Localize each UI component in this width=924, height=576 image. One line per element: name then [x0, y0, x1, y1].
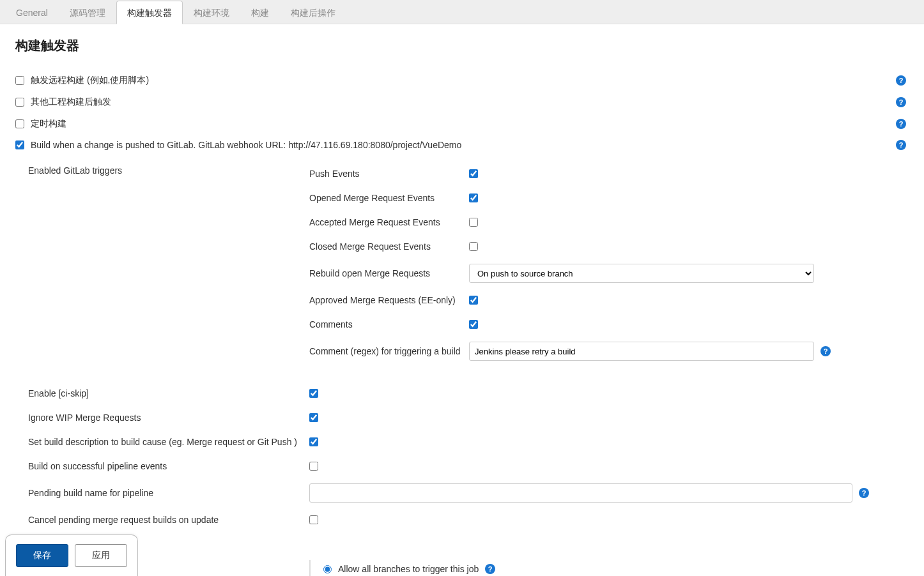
- gitlab-section-label: Enabled GitLab triggers: [28, 165, 122, 176]
- set-build-desc-row: Set build description to build cause (eg…: [28, 430, 909, 454]
- enable-ci-skip-label: Enable [ci-skip]: [28, 388, 309, 398]
- allow-all-branches-label: Allow all branches to trigger this job: [338, 564, 479, 574]
- save-button[interactable]: 保存: [16, 544, 68, 567]
- apply-button[interactable]: 应用: [75, 544, 127, 567]
- ignore-wip-label: Ignore WIP Merge Requests: [28, 413, 309, 423]
- trigger-gitlab-label: Build when a change is pushed to GitLab.…: [31, 140, 909, 150]
- pending-build-name-input[interactable]: [309, 483, 852, 503]
- comment-regex-input[interactable]: [469, 342, 814, 361]
- enable-ci-skip-row: Enable [ci-skip]: [28, 381, 909, 405]
- help-icon[interactable]: ?: [896, 75, 906, 86]
- trigger-after-other-label: 其他工程构建后触发: [31, 96, 909, 108]
- approved-mr-label: Approved Merge Requests (EE-only): [309, 295, 469, 305]
- cancel-pending-row: Cancel pending merge request builds on u…: [28, 508, 909, 532]
- allow-all-branches-radio[interactable]: [323, 565, 332, 573]
- accepted-mr-row: Accepted Merge Request Events: [309, 210, 909, 234]
- rebuild-open-mr-label: Rebuild open Merge Requests: [309, 268, 469, 278]
- build-on-pipeline-row: Build on successful pipeline events: [28, 454, 909, 478]
- help-icon[interactable]: ?: [820, 346, 831, 356]
- rebuild-open-mr-select[interactable]: On push to source branch: [469, 264, 814, 283]
- push-events-checkbox[interactable]: [469, 169, 478, 178]
- accepted-mr-checkbox[interactable]: [469, 218, 478, 227]
- tab-triggers[interactable]: 构建触发器: [116, 1, 183, 24]
- allowed-branches-section: Allow all branches to trigger this job ?…: [309, 560, 909, 576]
- help-icon[interactable]: ?: [896, 119, 906, 129]
- closed-mr-checkbox[interactable]: [469, 242, 478, 251]
- help-icon[interactable]: ?: [896, 97, 906, 107]
- build-on-pipeline-checkbox[interactable]: [309, 462, 318, 471]
- gitlab-triggers-section: Enabled GitLab triggers Push Events Open…: [28, 162, 909, 366]
- section-title: 构建触发器: [15, 37, 909, 54]
- opened-mr-checkbox[interactable]: [469, 193, 478, 202]
- cancel-pending-checkbox[interactable]: [309, 515, 318, 524]
- push-events-label: Push Events: [309, 169, 469, 179]
- trigger-after-other-checkbox[interactable]: [15, 98, 24, 107]
- tab-env[interactable]: 构建环境: [183, 1, 240, 24]
- trigger-gitlab-checkbox[interactable]: [15, 140, 24, 149]
- accepted-mr-label: Accepted Merge Request Events: [309, 217, 469, 227]
- tab-build[interactable]: 构建: [240, 1, 280, 24]
- bottom-action-bar: 保存 应用: [5, 534, 138, 576]
- build-on-pipeline-label: Build on successful pipeline events: [28, 461, 309, 471]
- comments-label: Comments: [309, 319, 469, 330]
- trigger-timed-checkbox[interactable]: [15, 119, 24, 128]
- trigger-remote-label: 触发远程构建 (例如,使用脚本): [31, 75, 909, 86]
- trigger-remote-row: 触发远程构建 (例如,使用脚本) ?: [15, 70, 909, 91]
- push-events-row: Push Events: [309, 162, 909, 186]
- opened-mr-label: Opened Merge Request Events: [309, 193, 469, 203]
- enable-ci-skip-checkbox[interactable]: [309, 389, 318, 398]
- trigger-timed-label: 定时构建: [31, 118, 909, 130]
- tab-postbuild[interactable]: 构建后操作: [280, 1, 346, 24]
- approved-mr-checkbox[interactable]: [469, 296, 478, 305]
- set-build-desc-checkbox[interactable]: [309, 437, 318, 446]
- closed-mr-label: Closed Merge Request Events: [309, 241, 469, 252]
- ignore-wip-row: Ignore WIP Merge Requests: [28, 405, 909, 430]
- comment-regex-label: Comment (regex) for triggering a build: [309, 346, 469, 356]
- pending-build-name-row: Pending build name for pipeline ?: [28, 478, 909, 508]
- comments-row: Comments: [309, 312, 909, 337]
- trigger-remote-checkbox[interactable]: [15, 76, 24, 85]
- tabs-bar: General 源码管理 构建触发器 构建环境 构建 构建后操作: [0, 0, 924, 24]
- trigger-after-other-row: 其他工程构建后触发 ?: [15, 91, 909, 113]
- allow-all-branches-row: Allow all branches to trigger this job ?: [323, 560, 909, 576]
- set-build-desc-label: Set build description to build cause (eg…: [28, 437, 309, 447]
- help-icon[interactable]: ?: [896, 140, 906, 150]
- closed-mr-row: Closed Merge Request Events: [309, 234, 909, 259]
- cancel-pending-label: Cancel pending merge request builds on u…: [28, 515, 309, 525]
- gitlab-options-section: Enable [ci-skip] Ignore WIP Merge Reques…: [28, 381, 909, 556]
- opened-mr-row: Opened Merge Request Events: [309, 186, 909, 210]
- allowed-branches-row: Allowed branches: [28, 532, 909, 556]
- approved-mr-row: Approved Merge Requests (EE-only): [309, 288, 909, 312]
- help-icon[interactable]: ?: [485, 564, 495, 574]
- trigger-gitlab-row: Build when a change is pushed to GitLab.…: [15, 135, 909, 155]
- comment-regex-row: Comment (regex) for triggering a build ?: [309, 337, 909, 366]
- comments-checkbox[interactable]: [469, 320, 478, 329]
- pending-build-name-label: Pending build name for pipeline: [28, 488, 309, 498]
- tab-source[interactable]: 源码管理: [59, 1, 116, 24]
- tab-general[interactable]: General: [5, 1, 59, 24]
- trigger-timed-row: 定时构建 ?: [15, 113, 909, 135]
- ignore-wip-checkbox[interactable]: [309, 413, 318, 422]
- rebuild-open-mr-row: Rebuild open Merge Requests On push to s…: [309, 259, 909, 288]
- help-icon[interactable]: ?: [859, 488, 869, 498]
